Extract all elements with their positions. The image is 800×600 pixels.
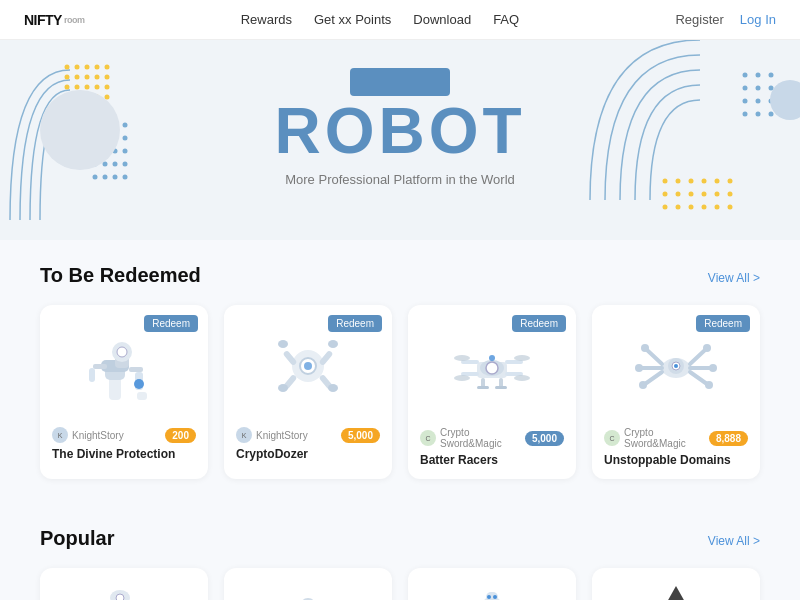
svg-rect-78 [93, 364, 107, 369]
popular-robot-1-svg [94, 578, 154, 600]
svg-line-115 [690, 372, 707, 384]
card-image-divine [52, 317, 196, 417]
owner-domains: Crypto Sword&Magic [624, 427, 705, 449]
svg-point-2 [85, 65, 90, 70]
svg-point-13 [95, 85, 100, 90]
svg-point-4 [105, 65, 110, 70]
svg-point-84 [304, 362, 312, 370]
card-meta-batter: C Crypto Sword&Magic 5,000 [420, 427, 564, 449]
name-domains: Unstoppable Domains [604, 453, 748, 467]
svg-point-34 [113, 162, 118, 167]
popular-card-2 [224, 568, 392, 600]
redeem-button-dozer[interactable]: Redeem [328, 315, 382, 332]
svg-point-51 [728, 192, 733, 197]
register-link[interactable]: Register [675, 12, 723, 27]
svg-point-37 [103, 175, 108, 180]
svg-line-112 [647, 350, 662, 364]
svg-point-80 [134, 379, 144, 389]
svg-rect-76 [129, 367, 143, 372]
popular-title: Popular [40, 527, 114, 550]
svg-point-39 [123, 175, 128, 180]
svg-point-8 [95, 75, 100, 80]
svg-point-9 [105, 75, 110, 80]
svg-point-138 [487, 595, 491, 599]
robot-divine-svg [79, 322, 169, 412]
name-dozer: CryptoDozer [236, 447, 380, 461]
svg-rect-106 [477, 386, 489, 389]
popular-section: Popular View All > [0, 503, 800, 600]
nav-download[interactable]: Download [413, 12, 471, 27]
redeemed-cards-grid: Redeem [40, 305, 760, 479]
svg-point-1 [75, 65, 80, 70]
svg-point-65 [756, 99, 761, 104]
owner-dozer: KnightStory [256, 430, 337, 441]
nav-rewards[interactable]: Rewards [241, 12, 292, 27]
svg-point-50 [715, 192, 720, 197]
circle-deco-gray [40, 90, 120, 170]
nav-faq[interactable]: FAQ [493, 12, 519, 27]
robot-batter-svg [447, 322, 537, 412]
svg-point-27 [123, 136, 128, 141]
owner-divine: KnightStory [72, 430, 161, 441]
svg-point-122 [635, 364, 643, 372]
svg-point-43 [702, 179, 707, 184]
svg-point-40 [663, 179, 668, 184]
svg-point-108 [489, 355, 495, 361]
name-batter: Batter Racers [420, 453, 564, 467]
svg-point-92 [328, 384, 338, 392]
avatar-batter: C [420, 430, 436, 446]
svg-point-64 [743, 99, 748, 104]
svg-point-67 [743, 112, 748, 117]
nav-links: Rewards Get xx Points Download FAQ [241, 12, 519, 27]
svg-point-36 [93, 175, 98, 180]
popular-card-4 [592, 568, 760, 600]
svg-rect-81 [137, 392, 147, 400]
svg-point-128 [116, 594, 124, 600]
svg-point-123 [709, 364, 717, 372]
svg-point-44 [715, 179, 720, 184]
nav-right: Register Log In [675, 12, 776, 27]
nav-logo: NIFTY room [24, 12, 84, 28]
popular-view-all[interactable]: View All > [708, 534, 760, 548]
svg-point-52 [663, 205, 668, 210]
card-image-dozer [236, 317, 380, 417]
svg-point-23 [123, 123, 128, 128]
popular-card-3 [408, 568, 576, 600]
card-batter: Redeem [408, 305, 576, 479]
svg-point-68 [756, 112, 761, 117]
price-dozer: 5,000 [341, 428, 380, 443]
svg-point-49 [702, 192, 707, 197]
hero-section: ROBOT More Professional Platform in the … [0, 40, 800, 240]
avatar-divine: K [52, 427, 68, 443]
svg-point-57 [728, 205, 733, 210]
svg-point-62 [756, 86, 761, 91]
svg-point-5 [65, 75, 70, 80]
hero-cta-bar [350, 68, 450, 96]
svg-point-61 [743, 86, 748, 91]
card-image-domains [604, 317, 748, 417]
nav-get-points[interactable]: Get xx Points [314, 12, 391, 27]
price-domains: 8,888 [709, 431, 748, 446]
svg-point-55 [702, 205, 707, 210]
name-divine: The Divine Protection [52, 447, 196, 461]
price-batter: 5,000 [525, 431, 564, 446]
card-dozer: Redeem [224, 305, 392, 479]
svg-point-124 [674, 364, 678, 368]
popular-robot-2-svg [278, 578, 338, 600]
login-link[interactable]: Log In [740, 12, 776, 27]
redeem-button-batter[interactable]: Redeem [512, 315, 566, 332]
redeem-button-domains[interactable]: Redeem [696, 315, 750, 332]
redeem-button-divine[interactable]: Redeem [144, 315, 198, 332]
svg-point-7 [85, 75, 90, 80]
popular-robot-4-svg [646, 578, 706, 600]
svg-point-54 [689, 205, 694, 210]
redeemed-view-all[interactable]: View All > [708, 271, 760, 285]
svg-point-59 [756, 73, 761, 78]
robot-dozer-svg [263, 322, 353, 412]
svg-line-113 [690, 350, 705, 364]
robot-domains-svg [631, 322, 721, 412]
svg-point-42 [689, 179, 694, 184]
right-arcs-deco [580, 40, 700, 190]
svg-point-38 [113, 175, 118, 180]
navbar: NIFTY room Rewards Get xx Points Downloa… [0, 0, 800, 40]
